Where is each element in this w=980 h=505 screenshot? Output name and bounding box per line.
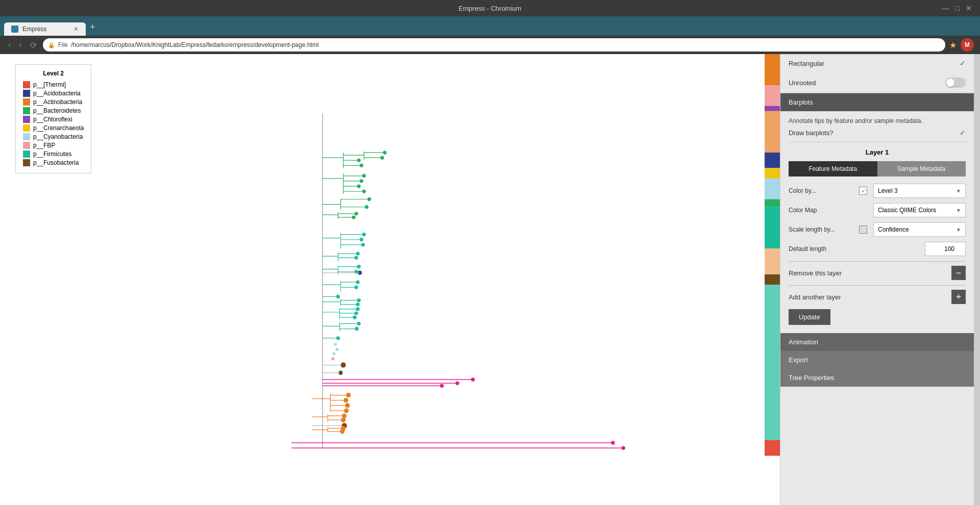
svg-point-111	[345, 409, 349, 413]
lock-icon: 🔒	[48, 42, 55, 48]
legend-item: p__Fusobacteria	[23, 159, 84, 166]
svg-point-49	[355, 256, 358, 259]
tab-favicon	[11, 26, 18, 33]
svg-point-126	[334, 343, 337, 346]
remove-layer-btn[interactable]: −	[951, 266, 966, 280]
color-by-select[interactable]: Level 3 ▼	[873, 184, 966, 198]
legend-item-label: p__FBP	[33, 142, 55, 149]
color-map-row: Color Map Classic QIIME Colors ▼	[789, 203, 966, 217]
svg-rect-131	[765, 85, 780, 106]
svg-rect-142	[765, 440, 780, 456]
svg-point-108	[347, 393, 351, 397]
profile-avatar[interactable]: M	[961, 38, 974, 52]
legend-title: Level 2	[23, 70, 84, 77]
color-bar	[765, 54, 780, 505]
legend-swatch	[23, 159, 30, 166]
scrollbar[interactable]	[974, 54, 980, 505]
legend-swatch	[23, 150, 30, 158]
scale-length-select[interactable]: Confidence ▼	[873, 222, 966, 237]
legend-swatch	[23, 142, 30, 149]
active-tab[interactable]: Empress ✕	[4, 22, 86, 36]
feature-metadata-btn[interactable]: Feature Metadata	[789, 161, 877, 176]
legend-item-label: p__Cyanobacteria	[33, 133, 83, 140]
minimize-btn[interactable]: —	[942, 4, 949, 12]
export-section[interactable]: Export	[780, 351, 974, 369]
update-btn[interactable]: Update	[789, 309, 830, 325]
bookmark-star-icon[interactable]: ★	[949, 40, 957, 50]
svg-point-77	[356, 308, 359, 311]
color-map-label: Color Map	[789, 207, 855, 214]
main-content: Level 2 p__[Thermi] p__Acidobacteria p__…	[0, 54, 980, 505]
sample-metadata-btn[interactable]: Sample Metadata	[877, 161, 966, 176]
tab-label: Empress	[22, 26, 46, 33]
animation-section[interactable]: Animation	[780, 333, 974, 351]
svg-point-34	[355, 212, 358, 215]
svg-point-93	[472, 378, 475, 381]
legend-item: p__FBP	[23, 142, 84, 149]
animation-label: Animation	[789, 338, 818, 346]
barplots-content: Annotate tips by feature and/or sample m…	[780, 111, 974, 333]
unrooted-label: Unrooted	[789, 79, 941, 87]
export-label: Export	[789, 356, 808, 364]
svg-rect-0	[105, 54, 675, 505]
sidebar: Rectangular ✓ Unrooted Barplots Annotate…	[780, 54, 974, 505]
legend-swatch	[23, 107, 30, 114]
svg-point-110	[346, 403, 350, 408]
add-layer-btn[interactable]: +	[951, 290, 966, 304]
window-controls[interactable]: — □ ✕	[942, 4, 972, 12]
legend-swatch	[23, 133, 30, 140]
svg-point-116	[342, 414, 347, 418]
tree-properties-section[interactable]: Tree Properties	[780, 369, 974, 387]
legend: Level 2 p__[Thermi] p__Acidobacteria p__…	[15, 64, 91, 173]
legend-swatch	[23, 81, 30, 88]
legend-item: p__Acidobacteria	[23, 90, 84, 97]
address-field[interactable]: 🔒 File /home/marcus/Dropbox/Work/KnightL…	[43, 38, 945, 52]
default-length-row: Default length	[789, 242, 966, 256]
legend-item-label: p__Crenarchaeota	[33, 124, 84, 132]
svg-point-71	[356, 303, 359, 306]
close-btn[interactable]: ✕	[966, 4, 972, 12]
annotate-text: Annotate tips by feature and/or sample m…	[789, 117, 966, 124]
forward-btn[interactable]: ›	[17, 39, 23, 50]
svg-point-97	[440, 384, 444, 387]
svg-point-28	[368, 197, 371, 200]
new-tab-btn[interactable]: +	[86, 22, 100, 36]
svg-point-62	[356, 281, 359, 284]
color-by-checkbox[interactable]: ✓	[859, 187, 867, 195]
legend-swatch	[23, 90, 30, 97]
svg-point-63	[355, 286, 358, 289]
svg-point-23	[362, 190, 365, 193]
draw-barplots-row: Draw barplots? ✓	[789, 129, 966, 142]
unrooted-row: Unrooted	[780, 72, 974, 93]
legend-item-label: p__Fusobacteria	[33, 159, 79, 166]
svg-point-87	[336, 337, 339, 340]
color-map-value: Classic QIIME Colors	[878, 207, 936, 214]
default-length-input[interactable]	[925, 242, 966, 256]
refresh-btn[interactable]: ⟳	[28, 39, 39, 51]
tree-properties-label: Tree Properties	[789, 374, 834, 382]
url-text: /home/marcus/Dropbox/Work/KnightLab/Empr…	[71, 41, 940, 48]
draw-barplots-check-icon[interactable]: ✓	[960, 129, 966, 137]
rectangular-label: Rectangular	[789, 60, 955, 67]
scale-length-row: Scale length by... ✓ Confidence ▼	[789, 222, 966, 237]
svg-rect-133	[765, 111, 780, 153]
svg-point-35	[352, 216, 355, 219]
svg-point-21	[360, 180, 363, 183]
svg-point-85	[355, 327, 358, 330]
unrooted-toggle[interactable]	[945, 78, 966, 88]
svg-rect-135	[765, 168, 780, 179]
rectangular-check-icon[interactable]: ✓	[960, 59, 966, 67]
legend-swatch	[23, 98, 30, 106]
color-map-select[interactable]: Classic QIIME Colors ▼	[873, 203, 966, 217]
scale-length-checkbox[interactable]: ✓	[859, 225, 867, 234]
color-by-arrow-icon: ▼	[956, 188, 961, 194]
add-layer-label: Add another layer	[789, 293, 951, 301]
tab-close-btn[interactable]: ✕	[74, 26, 79, 33]
svg-rect-134	[765, 153, 780, 168]
svg-point-84	[357, 322, 360, 325]
default-length-label: Default length	[789, 245, 855, 252]
back-btn[interactable]: ‹	[6, 39, 13, 50]
maximize-btn[interactable]: □	[955, 4, 960, 12]
svg-point-101	[611, 441, 615, 444]
svg-rect-140	[765, 274, 780, 285]
